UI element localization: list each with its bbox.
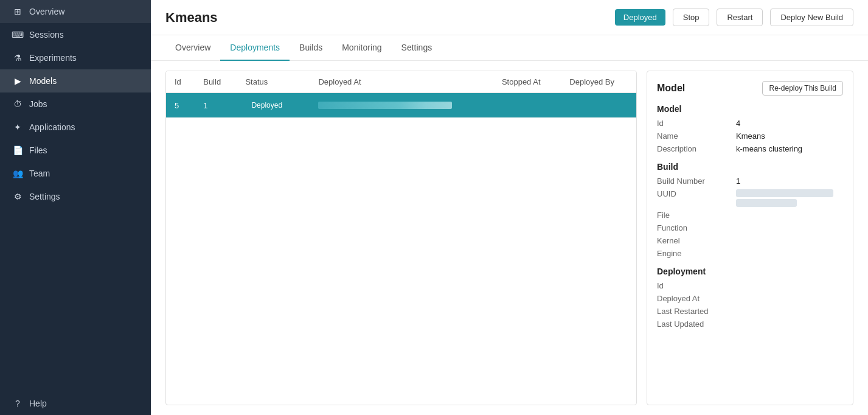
tab-settings[interactable]: Settings [392,35,442,61]
col-deployed-by: Deployed By [561,71,636,93]
table-row[interactable]: 5 1 Deployed [166,93,636,118]
model-id-value: 4 [736,119,843,128]
col-id: Id [166,71,195,93]
row-deployed-at [310,93,493,118]
function-value [736,223,843,232]
sidebar-item-label: Applications [29,122,75,132]
file-label: File [657,211,736,220]
model-id-row: Id 4 [657,119,843,128]
restart-button[interactable]: Restart [717,9,763,26]
main-content: Kmeans Deployed Stop Restart Deploy New … [151,0,868,415]
model-section-title: Model [657,104,843,114]
dep-id-row: Id [657,281,843,290]
deployed-at-bar [318,102,452,109]
build-number-row: Build Number 1 [657,176,843,186]
model-name-row: Name Kmeans [657,131,843,141]
model-description-row: Description k-means clustering [657,144,843,153]
engine-label: Engine [657,249,736,258]
sidebar-item-experiments[interactable]: ⚗ Experiments [0,46,151,69]
detail-header: Model Re-deploy This Build [657,81,843,96]
models-icon: ▶ [12,75,23,86]
sidebar-item-jobs[interactable]: ⏱ Jobs [0,92,151,116]
kernel-value [736,236,843,245]
content-area: Id Build Status Deployed At Stopped At D… [151,61,868,415]
last-updated-row: Last Updated [657,319,843,329]
file-value [736,211,843,220]
sessions-icon: ⌨ [12,29,23,40]
sidebar-item-files[interactable]: 📄 Files [0,139,151,162]
sidebar-item-label: Models [29,76,57,86]
sidebar-item-team[interactable]: 👥 Team [0,162,151,185]
col-stopped-at: Stopped At [493,71,561,93]
sidebar-item-label: Team [29,169,50,178]
uuid-row: UUID [657,189,843,207]
deployment-section-title: Deployment [657,267,843,276]
row-id: 5 [166,93,195,118]
help-label: Help [29,399,47,408]
build-number-label: Build Number [657,176,736,186]
build-number-value: 1 [736,176,843,186]
sidebar-item-models[interactable]: ▶ Models [0,69,151,92]
function-row: Function [657,223,843,232]
files-icon: 📄 [12,145,23,156]
tab-monitoring[interactable]: Monitoring [332,35,391,61]
model-description-label: Description [657,144,736,153]
tab-deployments[interactable]: Deployments [220,35,290,61]
row-status: Deployed [237,93,310,118]
last-restarted-value [736,307,843,316]
engine-value [736,249,843,258]
uuid-label: UUID [657,189,736,207]
deployments-table-panel: Id Build Status Deployed At Stopped At D… [165,71,637,405]
row-stopped-at [493,93,561,118]
sidebar-item-label: Experiments [29,53,77,63]
uuid-line-2 [736,199,797,207]
sidebar-item-help[interactable]: ? Help [0,392,151,415]
row-build: 1 [195,93,237,118]
model-description-value: k-means clustering [736,144,843,153]
applications-icon: ✦ [12,122,23,133]
redeploy-button[interactable]: Re-deploy This Build [762,81,843,96]
sidebar-item-label: Settings [29,192,60,201]
last-restarted-row: Last Restarted [657,307,843,316]
deployed-at-value [736,294,843,303]
overview-icon: ⊞ [12,6,23,17]
help-icon: ? [12,398,23,409]
uuid-block [736,189,843,207]
deploy-new-build-button[interactable]: Deploy New Build [770,9,853,26]
sidebar-item-overview[interactable]: ⊞ Overview [0,0,151,23]
build-section-title: Build [657,162,843,172]
sidebar-item-applications[interactable]: ✦ Applications [0,116,151,139]
status-badge-deployed: Deployed [245,99,288,111]
col-status: Status [237,71,310,93]
model-id-label: Id [657,119,736,128]
tab-builds[interactable]: Builds [290,35,332,61]
status-badge: Deployed [615,9,665,26]
deployed-at-label: Deployed At [657,294,736,303]
page-title: Kmeans [165,10,608,26]
sidebar-item-sessions[interactable]: ⌨ Sessions [0,23,151,46]
sidebar: ⊞ Overview ⌨ Sessions ⚗ Experiments ▶ Mo… [0,0,151,415]
experiments-icon: ⚗ [12,52,23,63]
model-name-label: Name [657,131,736,141]
detail-panel: Model Re-deploy This Build Model Id 4 Na… [647,71,853,405]
kernel-row: Kernel [657,236,843,245]
uuid-value [736,189,843,207]
file-row: File [657,211,843,220]
jobs-icon: ⏱ [12,99,23,110]
engine-row: Engine [657,249,843,258]
tab-overview[interactable]: Overview [165,35,220,61]
sidebar-item-label: Jobs [29,99,47,109]
sidebar-item-settings[interactable]: ⚙ Settings [0,185,151,208]
dep-id-value [736,281,843,290]
deployed-at-row: Deployed At [657,294,843,303]
model-name-value: Kmeans [736,131,843,141]
team-icon: 👥 [12,168,23,179]
function-label: Function [657,223,736,232]
col-build: Build [195,71,237,93]
sidebar-item-label: Overview [29,7,64,16]
tab-bar: Overview Deployments Builds Monitoring S… [151,35,868,61]
kernel-label: Kernel [657,236,736,245]
settings-icon: ⚙ [12,191,23,202]
deployments-table: Id Build Status Deployed At Stopped At D… [166,71,636,118]
stop-button[interactable]: Stop [673,9,710,26]
